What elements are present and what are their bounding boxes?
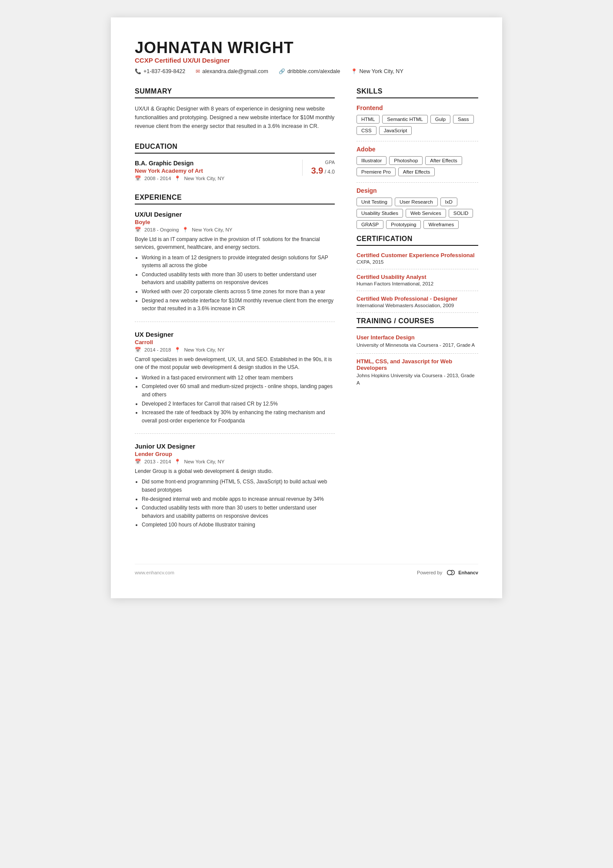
calendar-icon: 📅	[135, 175, 141, 181]
skill-after-effects-1: After Effects	[425, 156, 462, 165]
exp-company-2: Lender Group	[135, 451, 335, 457]
training-detail-1: Johns Hopkins University via Coursera - …	[356, 372, 478, 387]
design-tags: Unit Testing User Research IxD Usability…	[356, 198, 478, 229]
training-entry-0: User Interface Design University of Minn…	[356, 334, 478, 354]
frontend-cat-title: Frontend	[356, 104, 478, 111]
skill-illustrator: Illustrator	[356, 156, 386, 165]
skill-grasp: GRASP	[356, 220, 383, 229]
footer-website: www.enhancv.com	[135, 570, 174, 575]
bullet-2-2: Conducted usability tests with more than…	[142, 504, 335, 520]
cert-name-1: Certified Usability Analyst	[356, 274, 478, 280]
cert-name-2: Certified Web Professional - Designer	[356, 295, 478, 302]
summary-section-title: SUMMARY	[135, 87, 335, 98]
location-contact: 📍 New York City, NY	[351, 68, 403, 74]
exp-title-2: Junior UX Designer	[135, 442, 335, 450]
exp-meta-2: 📅 2013 - 2014 📍 New York City, NY	[135, 459, 335, 465]
experience-entry-0: UX/UI Designer Boyle 📅 2018 - Ongoing 📍 …	[135, 211, 335, 322]
website-contact: 🔗 dribbble.com/alexdale	[279, 68, 340, 74]
skill-html: HTML	[356, 115, 380, 124]
exp-bullets-2: Did some front-end programming (HTML 5, …	[135, 478, 335, 529]
enhancv-logo-icon	[445, 569, 457, 576]
skill-photoshop: Photoshop	[389, 156, 423, 165]
email-contact: ✉ alexandra.dale@gmail.com	[196, 68, 268, 74]
exp-years-0: 2018 - Ongoing	[144, 227, 179, 232]
skill-sass: Sass	[453, 115, 474, 124]
adobe-cat-title: Adobe	[356, 146, 478, 153]
frontend-tags: HTML Semantic HTML Gulp Sass CSS JavaScr…	[356, 115, 478, 135]
phone-number: +1-837-639-8422	[143, 68, 185, 74]
skill-semantic-html: Semantic HTML	[382, 115, 427, 124]
training-detail-0: University of Minnesota via Coursera - 2…	[356, 342, 478, 349]
skills-design: Design Unit Testing User Research IxD Us…	[356, 187, 478, 229]
calendar-icon: 📅	[135, 227, 141, 233]
email-address: alexandra.dale@gmail.com	[202, 68, 268, 74]
cert-issuer-1: Human Factors International, 2012	[356, 281, 478, 286]
skill-wireframes: Wireframes	[423, 220, 459, 229]
phone-icon: 📞	[135, 68, 141, 74]
exp-meta-0: 📅 2018 - Ongoing 📍 New York City, NY	[135, 227, 335, 233]
exp-desc-2: Lender Group is a global web development…	[135, 467, 335, 475]
cert-issuer-0: CXPA, 2015	[356, 259, 478, 265]
skill-web-services: Web Services	[406, 209, 446, 218]
skill-after-effects-2: After Effects	[398, 168, 435, 176]
cert-section-title: CERTIFICATION	[356, 235, 478, 246]
bullet-1-2: Developed 2 Interfaces for Carroll that …	[142, 400, 335, 408]
footer-brand: Powered by Enhancv	[417, 569, 478, 576]
candidate-title: CCXP Certified UX/UI Designer	[135, 57, 478, 64]
website-url: dribbble.com/alexdale	[287, 68, 340, 74]
edu-years: 2008 - 2014	[144, 176, 171, 181]
skill-css: CSS	[356, 126, 376, 135]
contact-info: 📞 +1-837-639-8422 ✉ alexandra.dale@gmail…	[135, 68, 478, 74]
powered-by-label: Powered by	[417, 570, 442, 575]
skill-js: JavaScript	[379, 126, 412, 135]
candidate-name: JOHNATAN WRIGHT	[135, 39, 478, 57]
pin-icon: 📍	[174, 459, 180, 465]
exp-title-0: UX/UI Designer	[135, 211, 335, 218]
cert-name-0: Certified Customer Experience Profession…	[356, 252, 478, 258]
exp-company-0: Boyle	[135, 219, 335, 225]
enhancv-name: Enhancv	[458, 570, 478, 575]
bullet-0-3: Designed a new website interface for $10…	[142, 297, 335, 313]
enhancv-brand: Enhancv	[445, 569, 478, 576]
bullet-0-0: Working in a team of 12 designers to pro…	[142, 254, 335, 270]
bullet-1-1: Completed over 60 small and medium-sized…	[142, 382, 335, 399]
pin-icon: 📍	[182, 227, 188, 233]
skills-adobe: Adobe Illustrator Photoshop After Effect…	[356, 146, 478, 176]
exp-location-0: New York City, NY	[192, 227, 232, 232]
bullet-2-1: Re-designed internal web and mobile apps…	[142, 495, 335, 503]
skills-divider-2	[356, 182, 478, 183]
education-section-title: EDUCATION	[135, 143, 335, 154]
email-icon: ✉	[196, 68, 200, 74]
education-entry: B.A. Graphic Design New York Academy of …	[135, 160, 335, 181]
exp-years-2: 2013 - 2014	[144, 459, 171, 464]
bullet-2-3: Completed 100 hours of Adobe Illustrator…	[142, 521, 335, 529]
cert-entry-2: Certified Web Professional - Designer In…	[356, 295, 478, 313]
skill-premiere-pro: Premiere Pro	[356, 168, 396, 176]
exp-location-2: New York City, NY	[184, 459, 224, 464]
skill-ixd: IxD	[440, 198, 457, 206]
bullet-0-1: Conducted usability tests with more than…	[142, 271, 335, 287]
skills-section-title: SKILLS	[356, 87, 478, 98]
training-section-title: TRAINING / COURSES	[356, 317, 478, 328]
exp-desc-0: Boyle Ltd is an IT company active in the…	[135, 235, 335, 251]
skill-prototyping: Prototyping	[386, 220, 421, 229]
edu-location: New York City, NY	[184, 176, 224, 181]
calendar-icon: 📅	[135, 459, 141, 465]
design-cat-title: Design	[356, 187, 478, 194]
link-icon: 🔗	[279, 68, 285, 74]
edu-school: New York Academy of Art	[135, 168, 302, 174]
skills-divider-1	[356, 141, 478, 141]
pin-icon: 📍	[174, 347, 180, 353]
content-layout: SUMMARY UX/UI & Graphic Designer with 8 …	[135, 87, 478, 546]
bullet-1-0: Worked in a fast-paced environment with …	[142, 374, 335, 382]
exp-bullets-1: Worked in a fast-paced environment with …	[135, 374, 335, 425]
bullet-2-0: Did some front-end programming (HTML 5, …	[142, 478, 335, 494]
page-footer: www.enhancv.com Powered by Enhancv	[135, 564, 478, 576]
summary-text: UX/UI & Graphic Designer with 8 years of…	[135, 104, 335, 131]
gpa-value: 3.9	[311, 166, 323, 175]
training-entry-1: HTML, CSS, and Javascript for Web Develo…	[356, 358, 478, 392]
gpa-label: GPA	[311, 160, 335, 165]
pin-icon: 📍	[174, 175, 180, 181]
phone-contact: 📞 +1-837-639-8422	[135, 68, 185, 74]
experience-entry-1: UX Designer Carroll 📅 2014 - 2018 📍 New …	[135, 331, 335, 434]
